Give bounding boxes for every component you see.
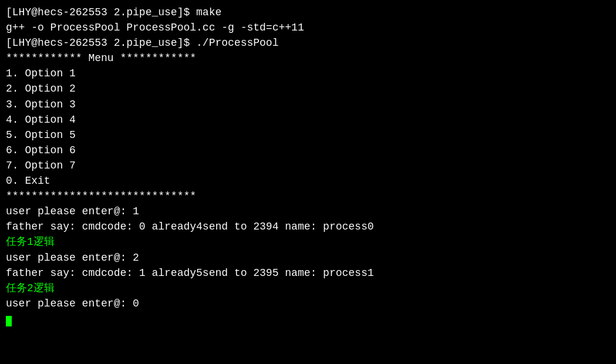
- line-option-1: 1. Option 1: [6, 66, 610, 81]
- line-option-7: 7. Option 7: [6, 158, 610, 173]
- terminal-cursor: [6, 316, 12, 326]
- line-option-6: 6. Option 6: [6, 143, 610, 158]
- line-father-say-2: father say: cmdcode: 1 already5send to 2…: [6, 265, 610, 281]
- terminal-window: [LHY@hecs-262553 2.pipe_use]$ make g++ -…: [6, 5, 610, 359]
- line-father-say-1: father say: cmdcode: 0 already4send to 2…: [6, 219, 610, 234]
- cursor-line: [6, 311, 610, 326]
- line-option-3: 3. Option 3: [6, 97, 610, 112]
- line-menu-header: ************ Menu ************: [6, 50, 610, 66]
- line-user-enter-2: user please enter@: 2: [6, 250, 610, 265]
- line-user-enter-0: user please enter@: 0: [6, 296, 610, 311]
- line-user-enter-1: user please enter@: 1: [6, 204, 610, 219]
- line-option-4: 4. Option 4: [6, 112, 610, 127]
- line-option-2: 2. Option 2: [6, 81, 610, 96]
- line-cmd-prompt-1: [LHY@hecs-262553 2.pipe_use]$ make: [6, 5, 610, 20]
- line-option-5: 5. Option 5: [6, 127, 610, 143]
- line-task-2-logic: 任务2逻辑: [6, 281, 610, 296]
- line-menu-footer: ******************************: [6, 188, 610, 204]
- line-cmd-prompt-2: [LHY@hecs-262553 2.pipe_use]$ ./ProcessP…: [6, 35, 610, 50]
- line-task-1-logic: 任务1逻辑: [6, 234, 610, 250]
- line-option-exit: 0. Exit: [6, 173, 610, 188]
- line-compile-cmd: g++ -o ProcessPool ProcessPool.cc -g -st…: [6, 20, 610, 35]
